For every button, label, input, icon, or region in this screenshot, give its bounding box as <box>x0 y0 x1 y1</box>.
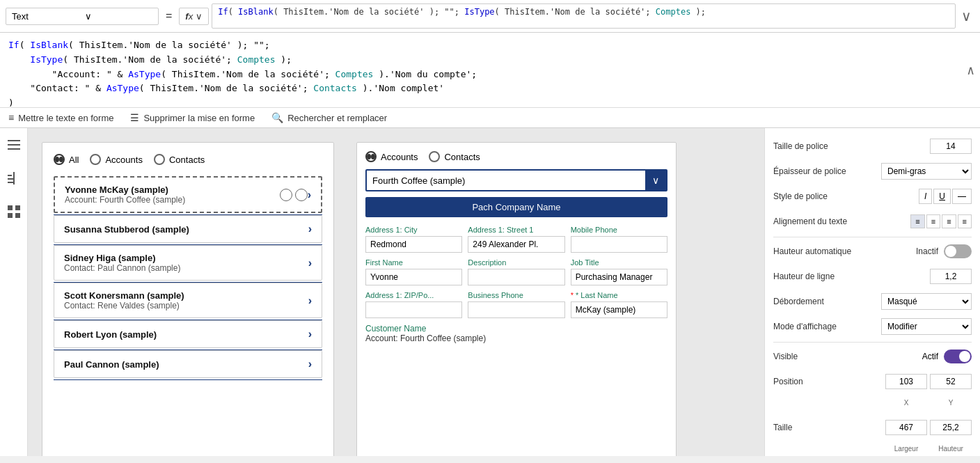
remove-format-button[interactable]: ☰ Supprimer la mise en forme <box>130 112 255 123</box>
field-description: Description <box>468 258 564 285</box>
svg-rect-3 <box>8 175 12 176</box>
format-text-button[interactable]: ≡ Mettre le texte en forme <box>8 112 113 123</box>
font-size-label: Taille de police <box>773 141 871 151</box>
align-buttons: ≡ ≡ ≡ ≡ <box>910 214 972 228</box>
detail-radio-accounts[interactable]: Accounts <box>365 151 418 162</box>
y-label: Y <box>930 399 972 407</box>
list-item-2[interactable]: Sidney Higa (sample) Contact: Paul Canno… <box>54 245 322 281</box>
align-left-button[interactable]: ≡ <box>910 214 924 228</box>
field-zip-input[interactable] <box>365 301 462 318</box>
field-city: Address 1: City <box>365 226 462 253</box>
prop-divider-1 <box>773 237 972 237</box>
field-street1-input[interactable] <box>468 236 564 253</box>
sidebar-icons <box>0 128 28 456</box>
svg-rect-0 <box>8 140 20 141</box>
position-y-input[interactable] <box>930 374 972 389</box>
customer-name-value: Account: Fourth Coffee (sample) <box>365 333 667 343</box>
radio-contacts[interactable]: Contacts <box>154 154 205 165</box>
radio-contacts-label: Contacts <box>169 155 205 165</box>
overflow-label: Débordement <box>773 297 871 306</box>
field-description-input[interactable] <box>468 269 564 285</box>
fx-arrow: ∨ <box>196 11 203 22</box>
line-height-input[interactable] <box>930 269 972 284</box>
svg-rect-10 <box>15 213 20 218</box>
field-zip: Address 1: ZIP/Po... <box>365 291 462 318</box>
radio-accounts-circle <box>90 154 101 165</box>
detail-radio-accounts-circle <box>365 151 377 162</box>
detail-panel: Accounts Contacts Fourth Coffee (sample)… <box>356 142 677 456</box>
align-justify-button[interactable]: ≡ <box>958 214 972 228</box>
font-size-input[interactable] <box>930 139 972 154</box>
list-item-3-chevron: › <box>308 295 312 307</box>
patch-button-label: Pach Company Name <box>472 202 560 212</box>
list-item-4[interactable]: Robert Lyon (sample) › <box>54 320 322 348</box>
field-lastname-label: * Last Name <box>571 291 667 299</box>
radio-all[interactable]: All <box>54 154 79 165</box>
list-item-3[interactable]: Scott Konersmann (sample) Contact: Rene … <box>54 283 322 318</box>
radio-group: All Accounts Contacts <box>54 154 322 165</box>
line-height-label: Hauteur de ligne <box>773 272 871 281</box>
field-firstname-input[interactable] <box>365 269 462 285</box>
overflow-select[interactable]: Masqué <box>881 293 972 310</box>
radio-accounts[interactable]: Accounts <box>90 154 142 165</box>
formula-collapse-arrow[interactable]: ∧ <box>967 60 974 80</box>
list-item-5-chevron: › <box>308 358 312 370</box>
prop-text-align: Alignement du texte ≡ ≡ ≡ ≡ <box>773 212 972 231</box>
detail-dropdown[interactable]: Fourth Coffee (sample) ∨ <box>365 169 667 191</box>
field-street1: Address 1: Street 1 <box>468 226 564 253</box>
field-mobile-input[interactable] <box>571 236 667 253</box>
underline-button[interactable]: U <box>933 189 951 204</box>
size-label: Taille <box>773 423 871 432</box>
size-w-input[interactable] <box>885 420 927 435</box>
detail-accounts-label: Accounts <box>381 152 418 162</box>
prop-line-height: Hauteur de ligne <box>773 267 972 286</box>
formula-line-4: "Contact: " & AsType( ThisItem.'Nom de l… <box>8 81 952 96</box>
display-mode-select[interactable]: Modifier <box>881 318 972 335</box>
property-dropdown[interactable]: Text ∨ <box>6 8 159 25</box>
list-item-5[interactable]: Paul Cannon (sample) › <box>54 350 322 378</box>
align-center-button[interactable]: ≡ <box>926 214 940 228</box>
fx-button[interactable]: f x ∨ <box>179 8 209 25</box>
customer-name-label: Customer Name <box>365 324 667 333</box>
list-panel: All Accounts Contacts Yvonne McKay (samp… <box>42 142 334 456</box>
detail-radio-contacts[interactable]: Contacts <box>429 151 480 162</box>
font-style-label: Style de police <box>773 191 871 201</box>
list-item-0-btn2[interactable] <box>295 189 308 201</box>
visible-toggle[interactable] <box>944 350 972 363</box>
list-item-0-btn1[interactable] <box>280 189 292 201</box>
font-weight-select[interactable]: Demi-gras <box>881 163 972 180</box>
formula-expand-button[interactable]: ∨ <box>958 5 974 27</box>
list-item-1[interactable]: Susanna Stubberod (sample) › <box>54 215 322 243</box>
list-item-0[interactable]: Yvonne McKay (sample) Account: Fourth Co… <box>54 176 322 213</box>
auto-height-toggle[interactable] <box>944 244 972 258</box>
field-city-input[interactable] <box>365 236 462 253</box>
field-firstname-label: First Name <box>365 258 462 267</box>
size-h-input[interactable] <box>930 420 972 435</box>
dropdown-arrow: ∨ <box>85 11 152 22</box>
formula-bar[interactable]: If( IsBlank( ThisItem.'Nom de la société… <box>212 3 956 29</box>
svg-rect-1 <box>8 144 20 146</box>
field-jobtitle-label: Job Title <box>571 258 667 267</box>
sidebar-icon-tree[interactable] <box>3 167 25 189</box>
field-jobtitle: Job Title <box>571 258 667 285</box>
position-x-input[interactable] <box>885 374 927 389</box>
patch-button[interactable]: Pach Company Name <box>365 197 667 217</box>
detail-dropdown-input[interactable]: Fourth Coffee (sample) <box>367 171 645 190</box>
detail-contacts-label: Contacts <box>444 152 480 162</box>
sidebar-icon-grid[interactable] <box>3 201 25 223</box>
field-bizphone-input[interactable] <box>468 301 564 318</box>
svg-rect-2 <box>8 148 20 150</box>
property-label: Text <box>12 11 79 22</box>
italic-button[interactable]: I <box>919 189 932 204</box>
field-lastname-input[interactable] <box>571 301 667 318</box>
prop-display-mode: Mode d'affichage Modifier <box>773 317 972 336</box>
strikethrough-button[interactable]: — <box>952 189 972 204</box>
find-replace-button[interactable]: 🔍 Rechercher et remplacer <box>271 112 387 123</box>
detail-dropdown-chevron[interactable]: ∨ <box>645 171 666 190</box>
w-label: Largeur <box>885 445 927 453</box>
prop-font-size: Taille de police <box>773 136 972 156</box>
sidebar-icon-menu[interactable] <box>3 134 25 156</box>
field-jobtitle-input[interactable] <box>571 269 667 285</box>
align-right-button[interactable]: ≡ <box>942 214 956 228</box>
formula-line-3: "Account: " & AsType( ThisItem.'Nom de l… <box>8 68 952 82</box>
